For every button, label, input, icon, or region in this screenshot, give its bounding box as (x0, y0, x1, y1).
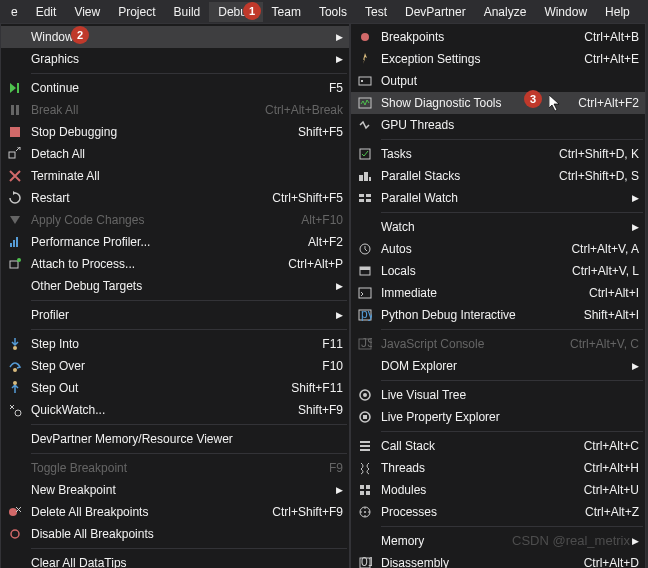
menu-item-other-debug-targets[interactable]: Other Debug Targets▶ (1, 275, 349, 297)
menu-item-toggle-breakpoint: Toggle BreakpointF9 (1, 457, 349, 479)
menu-item-continue[interactable]: ContinueF5 (1, 77, 349, 99)
menubar-item-devpartner[interactable]: DevPartner (396, 2, 475, 22)
menu-item-shortcut: Ctrl+Alt+F2 (568, 96, 639, 110)
menu-item-show-diagnostic-tools[interactable]: Show Diagnostic ToolsCtrl+Alt+F2 (351, 92, 645, 114)
pwatch-icon (355, 190, 375, 206)
menu-item-quickwatch[interactable]: QuickWatch...Shift+F9 (1, 399, 349, 421)
menu-item-modules[interactable]: ModulesCtrl+Alt+U (351, 479, 645, 501)
menu-item-shortcut: Ctrl+Alt+V, L (562, 264, 639, 278)
menu-item-label: Apply Code Changes (25, 213, 291, 227)
menubar-item-tools[interactable]: Tools (310, 2, 356, 22)
menu-item-output[interactable]: Output (351, 70, 645, 92)
menu-item-locals[interactable]: LocalsCtrl+Alt+V, L (351, 260, 645, 282)
menubar-item-view[interactable]: View (65, 2, 109, 22)
submenu-arrow-icon: ▶ (333, 485, 343, 495)
menu-item-label: Terminate All (25, 169, 343, 183)
menu-item-shortcut: Ctrl+Alt+V, C (560, 337, 639, 351)
submenu-arrow-icon: ▶ (629, 361, 639, 371)
step-into-icon (5, 336, 25, 352)
menu-item-javascript-console: JSJavaScript ConsoleCtrl+Alt+V, C (351, 333, 645, 355)
menu-item-shortcut: Ctrl+Shift+F9 (262, 505, 343, 519)
svg-text:py: py (361, 308, 372, 321)
menu-item-breakpoints[interactable]: BreakpointsCtrl+Alt+B (351, 26, 645, 48)
menubar-item-build[interactable]: Build (165, 2, 210, 22)
menu-item-label: Step Out (25, 381, 281, 395)
menu-item-performance-profiler[interactable]: Performance Profiler...Alt+F2 (1, 231, 349, 253)
menu-item-label: QuickWatch... (25, 403, 288, 417)
debug-menu: Windows▶Graphics▶ContinueF5Break AllCtrl… (0, 23, 350, 568)
restart-icon (5, 190, 25, 206)
submenu-arrow-icon: ▶ (629, 222, 639, 232)
menu-item-autos[interactable]: AutosCtrl+Alt+V, A (351, 238, 645, 260)
menu-item-profiler[interactable]: Profiler▶ (1, 304, 349, 326)
menu-item-shortcut: F5 (319, 81, 343, 95)
menu-item-detach-all[interactable]: Detach All (1, 143, 349, 165)
menu-item-windows[interactable]: Windows▶ (1, 26, 349, 48)
menu-item-step-out[interactable]: Step OutShift+F11 (1, 377, 349, 399)
menu-item-disable-all-breakpoints[interactable]: Disable All Breakpoints (1, 523, 349, 545)
menubar-item-project[interactable]: Project (109, 2, 164, 22)
menu-item-dom-explorer[interactable]: DOM Explorer▶ (351, 355, 645, 377)
menu-item-label: Threads (375, 461, 574, 475)
menu-item-shortcut: Ctrl+Alt+I (579, 286, 639, 300)
menu-item-devpartner-memory-resource-viewer[interactable]: DevPartner Memory/Resource Viewer (1, 428, 349, 450)
livetree-icon (355, 387, 375, 403)
annotation-badge-1: 1 (243, 2, 261, 20)
menu-item-live-visual-tree[interactable]: Live Visual Tree (351, 384, 645, 406)
profiler-icon (5, 234, 25, 250)
menu-item-delete-all-breakpoints[interactable]: Delete All BreakpointsCtrl+Shift+F9 (1, 501, 349, 523)
separator (381, 329, 643, 330)
menu-item-parallel-stacks[interactable]: Parallel StacksCtrl+Shift+D, S (351, 165, 645, 187)
blank-icon (5, 482, 25, 498)
menu-item-watch[interactable]: Watch▶ (351, 216, 645, 238)
menu-item-shortcut: Ctrl+Shift+F5 (262, 191, 343, 205)
svg-point-9 (17, 258, 21, 262)
menu-item-label: Live Visual Tree (375, 388, 639, 402)
menu-item-shortcut: Ctrl+Alt+D (574, 556, 639, 568)
menu-item-tasks[interactable]: TasksCtrl+Shift+D, K (351, 143, 645, 165)
callstack-icon (355, 438, 375, 454)
menu-item-gpu-threads[interactable]: GPU Threads (351, 114, 645, 136)
menubar-item-e[interactable]: e (2, 2, 27, 22)
menu-item-immediate[interactable]: ImmediateCtrl+Alt+I (351, 282, 645, 304)
menu-item-label: Clear All DataTips (25, 556, 343, 568)
svg-rect-6 (13, 240, 15, 247)
menu-item-new-breakpoint[interactable]: New Breakpoint▶ (1, 479, 349, 501)
menu-item-step-into[interactable]: Step IntoF11 (1, 333, 349, 355)
menu-item-graphics[interactable]: Graphics▶ (1, 48, 349, 70)
menu-item-label: DevPartner Memory/Resource Viewer (25, 432, 343, 446)
menu-item-label: Call Stack (375, 439, 574, 453)
svg-text:JS: JS (361, 337, 372, 350)
autos-icon (355, 241, 375, 257)
menu-item-attach-to-process[interactable]: Attach to Process...Ctrl+Alt+P (1, 253, 349, 275)
apply-icon (5, 212, 25, 228)
menu-item-disassembly[interactable]: 01DisassemblyCtrl+Alt+D (351, 552, 645, 568)
blank-icon (5, 555, 25, 568)
blank-icon (5, 51, 25, 67)
menubar-item-test[interactable]: Test (356, 2, 396, 22)
menu-item-restart[interactable]: RestartCtrl+Shift+F5 (1, 187, 349, 209)
menu-item-threads[interactable]: ThreadsCtrl+Alt+H (351, 457, 645, 479)
menu-item-stop-debugging[interactable]: Stop DebuggingShift+F5 (1, 121, 349, 143)
menu-item-step-over[interactable]: Step OverF10 (1, 355, 349, 377)
menu-item-processes[interactable]: ProcessesCtrl+Alt+Z (351, 501, 645, 523)
annotation-badge-3: 3 (524, 90, 542, 108)
delete-bp-icon (5, 504, 25, 520)
svg-rect-41 (360, 449, 370, 451)
menu-item-parallel-watch[interactable]: Parallel Watch▶ (351, 187, 645, 209)
menubar-item-analyze[interactable]: Analyze (475, 2, 536, 22)
menu-item-terminate-all[interactable]: Terminate All (1, 165, 349, 187)
menubar-item-team[interactable]: Team (263, 2, 310, 22)
menu-item-clear-all-datatips[interactable]: Clear All DataTips (1, 552, 349, 568)
menu-item-exception-settings[interactable]: Exception SettingsCtrl+Alt+E (351, 48, 645, 70)
svg-rect-2 (16, 105, 19, 115)
svg-rect-20 (359, 175, 363, 181)
menu-item-call-stack[interactable]: Call StackCtrl+Alt+C (351, 435, 645, 457)
menu-item-python-debug-interactive[interactable]: pyPython Debug InteractiveShift+Alt+I (351, 304, 645, 326)
menubar-item-edit[interactable]: Edit (27, 2, 66, 22)
menu-item-live-property-explorer[interactable]: Live Property Explorer (351, 406, 645, 428)
menubar: eEditViewProjectBuildDebugTeamToolsTestD… (0, 0, 648, 23)
diagnostic-icon (355, 95, 375, 111)
menubar-item-window[interactable]: Window (535, 2, 596, 22)
menubar-item-help[interactable]: Help (596, 2, 639, 22)
